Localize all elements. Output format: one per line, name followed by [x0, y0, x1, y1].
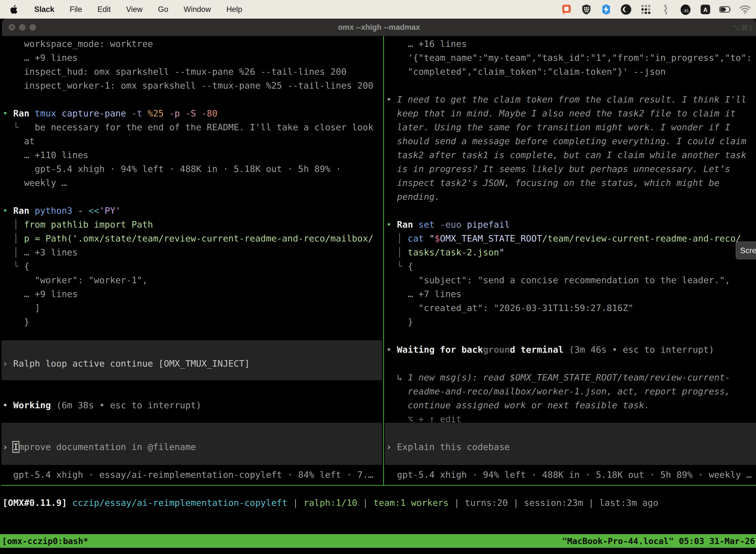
grid-icon[interactable] — [640, 3, 652, 15]
terminal-line: › Ralph loop active continue [OMX_TMUX_I… — [2, 357, 250, 371]
menu-item-window[interactable]: Window — [184, 5, 211, 14]
terminal-line: "created_at": "2026-03-31T11:59:27.816Z" — [386, 301, 633, 315]
terminal-line: ↳ 1 new msg(s): read $OMX_TEAM_STATE_ROO… — [386, 371, 730, 384]
menu-bar: Slack File Edit View Go Window Help ..61 — [0, 0, 756, 19]
terminal-line: │ cat "$OMX_TEAM_STATE_ROOT/team/review-… — [386, 232, 741, 245]
terminal-line: } — [386, 315, 413, 329]
apple-menu-icon[interactable] — [10, 4, 19, 14]
window-title-bar: omx --xhigh --madmax ⌥⌘1 — [2, 19, 756, 36]
terminal-line: readme-and-reco/mailbox/worker-1.json, a… — [386, 384, 730, 398]
terminal-line: • Ran tmux capture-pane -t %25 -p -S -80 — [2, 107, 217, 120]
terminal-line: … +7 lines — [386, 287, 461, 301]
terminal-line: gpt-5.4 xhigh · 94% left · 488K in · 5.1… — [386, 468, 752, 482]
terminal-line: │ … +3 lines — [2, 245, 78, 259]
menu-item-help[interactable]: Help — [227, 5, 242, 14]
terminal-line: weekly … — [2, 176, 67, 190]
terminal-line: [OMX#0.11.9] cczip/essay/ai-reimplementa… — [2, 496, 658, 510]
timer-label: ..61 — [682, 9, 689, 13]
tooltip-label: Scre — [740, 246, 756, 255]
terminal-line: '{"team_name":"my-team","task_id":"1","f… — [386, 51, 752, 65]
terminal-line: └ be necessary for the end of the README… — [2, 120, 374, 134]
terminal-line: later. Using the same for transition mig… — [386, 120, 730, 134]
terminal-line: ] — [2, 301, 40, 315]
terminal-line: › Explain this codebase — [386, 440, 510, 454]
menu-app-name[interactable]: Slack — [34, 5, 54, 14]
terminal-line: … +16 lines — [386, 37, 467, 51]
tmux-status-bar: [omx-cczip0:bash* "MacBook-Pro-44.local"… — [0, 534, 756, 548]
terminal-line: • Working (6m 38s • esc to interrupt) — [2, 398, 201, 412]
terminal-line: is in progress? It seems likely but perh… — [386, 162, 730, 176]
screenshot-tooltip: Scre — [736, 241, 756, 259]
left-terminal-pane: workspace_mode: worktree … +9 lines insp… — [2, 36, 382, 485]
shield-icon[interactable] — [580, 3, 592, 15]
terminal-line: › Improve documentation in @filename — [2, 440, 196, 454]
terminal-line: "worker": "worker-1", — [2, 273, 147, 287]
terminal-line: • Waiting for background terminal (3m 46… — [386, 343, 714, 357]
terminal-line: workspace_mode: worktree — [2, 37, 153, 51]
right-terminal-pane: … +16 lines '{"team_name":"my-team","tas… — [386, 36, 756, 485]
tmux-host-clock: "MacBook-Pro-44.local" 05:03 31-Mar-26 — [562, 536, 756, 546]
terminal-line: … +9 lines — [2, 51, 78, 65]
terminal-line: │ tasks/task-2.json" — [386, 245, 504, 259]
bolt-icon[interactable] — [600, 3, 612, 15]
terminal-line: pending. — [386, 190, 440, 204]
battery-icon[interactable] — [719, 3, 731, 15]
terminal-line: keep that in mind. Maybe I also need the… — [386, 107, 736, 120]
timer-icon[interactable]: ..61 — [680, 3, 692, 15]
terminal-line: … +9 lines — [2, 287, 78, 301]
terminal-line: should send a message before completing … — [386, 134, 746, 148]
window-shortcut-hint: ⌥⌘1 — [733, 23, 753, 32]
menu-item-file[interactable]: File — [70, 5, 82, 14]
terminal-line: … +110 lines — [2, 148, 88, 162]
menu-status-icons: ..61 A — [561, 3, 756, 15]
tmux-session-name: [omx-cczip0:bash* — [0, 536, 88, 546]
pane-divider-vertical — [383, 36, 384, 486]
menu-item-edit[interactable]: Edit — [98, 5, 111, 14]
terminal-line: inspect_worker-1: omx sparkshell --tmux-… — [2, 79, 374, 93]
terminal-line: └ { — [2, 259, 29, 273]
omx-session-status: [OMX#0.11.9] cczip/essay/ai-reimplementa… — [2, 495, 754, 510]
menu-item-go[interactable]: Go — [158, 5, 168, 14]
terminal-line: • Ran python3 - <<'PY' — [2, 204, 121, 218]
squiggle-icon[interactable] — [660, 3, 672, 15]
terminal-line: "completed","claim_token":"claim-token"}… — [386, 65, 666, 79]
wifi-icon[interactable] — [739, 3, 751, 15]
terminal-line: • Ran set -euo pipefail — [386, 218, 510, 232]
terminal-line: gpt-5.4 xhigh · essay/ai-reimplementatio… — [2, 468, 374, 482]
moon-icon[interactable] — [620, 3, 632, 15]
terminal-line: ⌥ + ↑ edit — [386, 412, 461, 426]
terminal-line: continue assigned work or next feasible … — [386, 398, 649, 412]
terminal-line: task2 after task1 is complete, but can I… — [386, 148, 746, 162]
menu-item-view[interactable]: View — [126, 5, 143, 14]
terminal-line: at — [2, 134, 35, 148]
terminal-body: workspace_mode: worktree … +9 lines insp… — [0, 36, 756, 554]
terminal-line: inspect_hud: omx sparkshell --tmux-pane … — [2, 65, 346, 79]
terminal-line: │ p = Path('.omx/state/team/review-curre… — [2, 232, 374, 245]
assistant-label: A — [703, 6, 707, 13]
terminal-line: "subject": "send a concise recommendatio… — [386, 273, 730, 287]
assistant-a-icon[interactable]: A — [699, 3, 711, 15]
window-title: omx --xhigh --madmax — [2, 23, 756, 32]
terminal-line: gpt-5.4 xhigh · 94% left · 488K in · 5.1… — [2, 162, 341, 176]
terminal-line: • I need to get the claim token from the… — [386, 93, 746, 107]
terminal-line: inspect task2's JSON, focusing on the st… — [386, 176, 719, 190]
terminal-line: │ from pathlib import Path — [2, 218, 153, 232]
chat-icon[interactable] — [561, 3, 572, 15]
terminal-line: } — [2, 315, 29, 329]
terminal-line: └ { — [386, 259, 413, 273]
